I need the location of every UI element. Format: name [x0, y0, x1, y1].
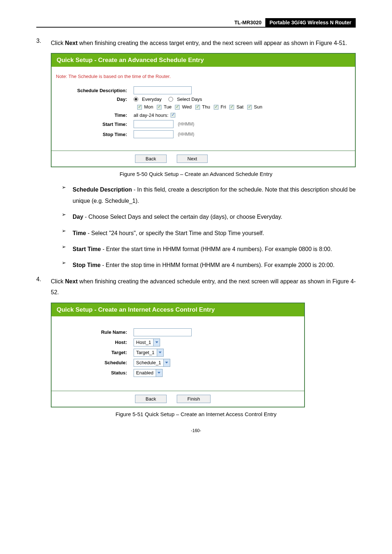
allday-label: all day-24 hours:	[134, 112, 168, 118]
label-schedule-desc: Schedule Description:	[54, 88, 134, 93]
chk-sat[interactable]	[229, 105, 234, 110]
chk-thu[interactable]	[195, 105, 200, 110]
status-select[interactable]: Enabled	[134, 369, 163, 377]
day-checkboxes: Mon Tue Wed Thu Fri Sat Sun	[137, 104, 353, 110]
chevron-down-icon	[157, 349, 163, 356]
chevron-down-icon	[156, 369, 162, 377]
chevron-down-icon	[153, 339, 160, 346]
device-desc: Portable 3G/4G Wireless N Router	[265, 18, 356, 27]
label-time: Time:	[54, 112, 134, 118]
radio-everyday-label: Everyday	[142, 97, 162, 102]
back-button[interactable]: Back	[135, 395, 167, 403]
bullet-icon: ➢	[62, 184, 73, 206]
bullet-icon: ➢	[62, 244, 73, 255]
chk-mon[interactable]	[137, 105, 142, 110]
bullet-icon: ➢	[62, 212, 73, 222]
panel-title: Quick Setup - Create an Advanced Schedul…	[52, 54, 355, 68]
bullet-icon: ➢	[62, 228, 73, 239]
figure-access-control: Quick Setup - Create an Internet Access …	[51, 303, 305, 407]
target-select[interactable]: Target_1	[134, 349, 164, 357]
stop-time-input[interactable]	[134, 130, 173, 138]
label-day: Day:	[54, 97, 134, 102]
label-rule-name: Rule Name:	[54, 329, 134, 335]
radio-selectdays[interactable]	[168, 97, 173, 102]
chevron-down-icon	[163, 359, 170, 366]
figure-caption-1: Figure 5-50 Quick Setup – Create an Adva…	[36, 171, 356, 177]
chk-tue[interactable]	[157, 105, 162, 110]
label-target: Target:	[54, 350, 134, 355]
chk-allday[interactable]	[171, 113, 175, 118]
label-host: Host:	[54, 340, 134, 345]
bullet-icon: ➢	[62, 260, 73, 271]
finish-button[interactable]: Finish	[177, 395, 211, 403]
host-select[interactable]: Host_1	[134, 338, 160, 346]
page-number: -160-	[36, 428, 356, 433]
label-schedule: Schedule:	[54, 360, 134, 365]
label-stop-time: Stop Time:	[54, 132, 134, 137]
figure-schedule-entry: Quick Setup - Create an Advanced Schedul…	[51, 53, 356, 167]
radio-selectdays-label: Select Days	[177, 97, 202, 102]
label-status: Status:	[54, 370, 134, 376]
step-number: 3.	[36, 38, 51, 49]
radio-everyday[interactable]	[134, 97, 138, 102]
doc-header: TL-MR3020 Portable 3G/4G Wireless N Rout…	[36, 18, 356, 28]
label-start-time: Start Time:	[54, 122, 134, 127]
model-tag: TL-MR3020	[231, 18, 265, 27]
back-button[interactable]: Back	[135, 155, 167, 163]
step-text: Click Next when finishing creating the a…	[51, 276, 356, 298]
chk-wed[interactable]	[175, 105, 180, 110]
start-time-input[interactable]	[134, 120, 173, 128]
chk-fri[interactable]	[214, 105, 219, 110]
step-number: 4.	[36, 276, 51, 298]
schedule-select[interactable]: Schedule_1	[134, 359, 170, 367]
next-button[interactable]: Next	[177, 155, 208, 163]
rule-name-input[interactable]	[134, 328, 192, 336]
panel-title: Quick Setup - Create an Internet Access …	[52, 303, 304, 317]
step-text: Click Next when finishing creating the a…	[51, 38, 356, 49]
schedule-desc-input[interactable]	[134, 86, 192, 94]
chk-sun[interactable]	[247, 105, 252, 110]
note-text: Note: The Schedule is based on the time …	[56, 74, 353, 79]
figure-caption-2: Figure 5-51 Quick Setup – Create an Inte…	[36, 411, 356, 417]
